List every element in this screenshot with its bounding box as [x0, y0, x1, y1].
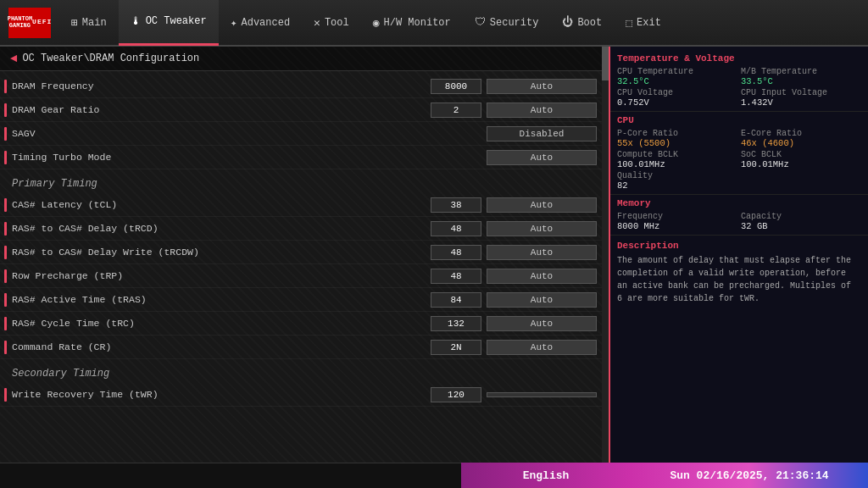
trp-btn[interactable]: Auto — [487, 269, 597, 284]
tras-value[interactable]: 84 — [431, 292, 481, 308]
tcl-label: CAS# Latency (tCL) — [12, 199, 431, 210]
trcd-value[interactable]: 48 — [431, 221, 481, 236]
nav-item-hw-monitor[interactable]: ◉ H/W Monitor — [361, 0, 463, 46]
tcl-value[interactable]: 38 — [431, 197, 481, 213]
bottom-left — [0, 463, 461, 488]
setting-row-sagv: SAGV Disabled — [0, 122, 609, 146]
trcdw-btn[interactable]: Auto — [487, 245, 597, 260]
cr-btn[interactable]: Auto — [487, 340, 597, 355]
twr-label: Write Recovery Time (tWR) — [12, 389, 431, 400]
nav-label-boot: Boot — [577, 17, 602, 29]
cpu-voltage-section: CPU Voltage 0.752V — [617, 88, 737, 108]
nav-item-main[interactable]: ⊞ Main — [59, 0, 119, 46]
cpu-temp-label: CPU Temperature 32.5°C — [617, 67, 737, 86]
nav-items: ⊞ Main 🌡 OC Tweaker ✦ Advanced ✕ Tool ◉ … — [59, 0, 673, 46]
scrollbar-thumb[interactable] — [602, 47, 609, 80]
twr-btn[interactable] — [487, 392, 597, 397]
nav-item-advanced[interactable]: ✦ Advanced — [219, 0, 302, 46]
oc-tweaker-icon: 🌡 — [131, 15, 142, 28]
hw-monitor-icon: ◉ — [373, 16, 380, 30]
exit-icon: ⬚ — [626, 16, 632, 30]
tras-label: RAS# Active Time (tRAS) — [12, 294, 431, 305]
trp-value[interactable]: 48 — [431, 269, 481, 284]
nav-item-security[interactable]: 🛡 Security — [463, 0, 551, 46]
dram-gear-label: DRAM Gear Ratio — [12, 104, 431, 115]
trc-value[interactable]: 132 — [431, 316, 481, 331]
trp-label: Row Precharge (tRP) — [12, 270, 431, 281]
setting-row-dram-freq: DRAM Frequency 8000 Auto — [0, 75, 609, 98]
nav-label-advanced: Advanced — [241, 17, 290, 29]
ecore-ratio-section: E-Core Ratio 46x (4600) — [741, 129, 861, 148]
primary-timing-header: Primary Timing — [0, 169, 609, 193]
dram-freq-btn[interactable]: Auto — [487, 79, 597, 94]
cap-section: Capacity 32 GB — [741, 212, 861, 231]
temp-voltage-grid: CPU Temperature 32.5°C M/B Temperature 3… — [617, 67, 861, 108]
dram-freq-label: DRAM Frequency — [12, 80, 431, 92]
security-icon: 🛡 — [475, 16, 486, 29]
quality-section: Quality 82 — [617, 171, 737, 191]
trcd-btn[interactable]: Auto — [487, 221, 597, 236]
right-panel: Temperature & Voltage CPU Temperature 32… — [609, 47, 868, 463]
setting-row-tcl: CAS# Latency (tCL) 38 Auto — [0, 193, 609, 217]
secondary-timing-header: Secondary Timing — [0, 359, 609, 383]
setting-row-trp: Row Precharge (tRP) 48 Auto — [0, 264, 609, 288]
boot-icon: ⏻ — [562, 16, 573, 29]
description-section: Description The amount of delay that mus… — [610, 236, 868, 310]
trc-btn[interactable]: Auto — [487, 316, 597, 331]
tcl-btn[interactable]: Auto — [487, 197, 597, 213]
trcdw-value[interactable]: 48 — [431, 245, 481, 260]
setting-row-timing-turbo: Timing Turbo Mode Auto — [0, 146, 609, 169]
nav-item-tool[interactable]: ✕ Tool — [302, 0, 361, 46]
trc-label: RAS# Cycle Time (tRC) — [12, 318, 431, 329]
nav-label-security: Security — [490, 17, 539, 29]
cpu-input-voltage-section: CPU Input Voltage 1.432V — [741, 88, 861, 108]
mb-temp-section: M/B Temperature 33.5°C — [741, 67, 861, 86]
freq-section: Frequency 8000 MHz — [617, 212, 737, 231]
setting-row-twr: Write Recovery Time (tWR) 120 — [0, 383, 609, 407]
breadcrumb-text: OC Tweaker\DRAM Configuration — [22, 53, 199, 64]
cpu-title: CPU — [617, 115, 861, 125]
temp-voltage-section: Temperature & Voltage CPU Temperature 32… — [610, 50, 868, 112]
setting-row-trcd: RAS# to CAS# Delay (tRCD) 48 Auto — [0, 217, 609, 241]
bottom-bar: English Sun 02/16/2025, 21:36:14 — [0, 463, 868, 488]
memory-section: Memory Frequency 8000 MHz Capacity 32 GB — [610, 195, 868, 236]
comp-bclk-section: Compute BCLK 100.01MHz — [617, 150, 737, 169]
dram-gear-btn[interactable]: Auto — [487, 103, 597, 118]
nav-label-exit: Exit — [637, 17, 661, 29]
trcdw-label: RAS# to CAS# Delay Write (tRCDW) — [12, 247, 431, 258]
main-icon: ⊞ — [71, 16, 78, 30]
setting-row-dram-gear: DRAM Gear Ratio 2 Auto — [0, 98, 609, 122]
cr-value[interactable]: 2N — [431, 340, 481, 355]
temp-voltage-title: Temperature & Voltage — [617, 53, 861, 64]
scrollbar-track[interactable] — [602, 47, 609, 463]
desc-text: The amount of delay that must elapse aft… — [617, 254, 861, 305]
memory-title: Memory — [617, 198, 861, 208]
setting-row-trc: RAS# Cycle Time (tRC) 132 Auto — [0, 312, 609, 336]
content-area: ◄ OC Tweaker\DRAM Configuration DRAM Fre… — [0, 47, 609, 463]
cpu-grid: P-Core Ratio 55x (5500) E-Core Ratio 46x… — [617, 129, 861, 191]
bottom-language[interactable]: English — [461, 463, 631, 488]
sagv-label: SAGV — [12, 128, 487, 139]
nav-label-oc-tweaker: OC Tweaker — [146, 15, 207, 27]
tras-btn[interactable]: Auto — [487, 292, 597, 308]
sagv-btn[interactable]: Disabled — [487, 126, 597, 141]
cr-label: Command Rate (CR) — [12, 341, 431, 352]
breadcrumb-arrow-icon: ◄ — [10, 52, 17, 65]
soc-bclk-section: SoC BCLK 100.01MHz — [741, 150, 861, 169]
nav-item-exit[interactable]: ⬚ Exit — [614, 0, 673, 46]
breadcrumb: ◄ OC Tweaker\DRAM Configuration — [0, 47, 609, 71]
timing-turbo-label: Timing Turbo Mode — [12, 152, 487, 163]
cpu-section: CPU P-Core Ratio 55x (5500) E-Core Ratio… — [610, 112, 868, 195]
setting-row-trcdw: RAS# to CAS# Delay Write (tRCDW) 48 Auto — [0, 241, 609, 264]
nav-item-boot[interactable]: ⏻ Boot — [550, 0, 614, 46]
timing-turbo-btn[interactable]: Auto — [487, 150, 597, 165]
nav-label-main: Main — [82, 17, 107, 29]
nav-item-oc-tweaker[interactable]: 🌡 OC Tweaker — [119, 0, 219, 46]
nav-label-tool: Tool — [325, 17, 349, 29]
twr-value[interactable]: 120 — [431, 387, 481, 402]
trcd-label: RAS# to CAS# Delay (tRCD) — [12, 223, 431, 234]
desc-title: Description — [617, 241, 861, 251]
dram-gear-value[interactable]: 2 — [431, 103, 481, 118]
logo-box: PHANTOMGAMINGUEFI — [8, 8, 51, 38]
dram-freq-value[interactable]: 8000 — [431, 79, 481, 94]
